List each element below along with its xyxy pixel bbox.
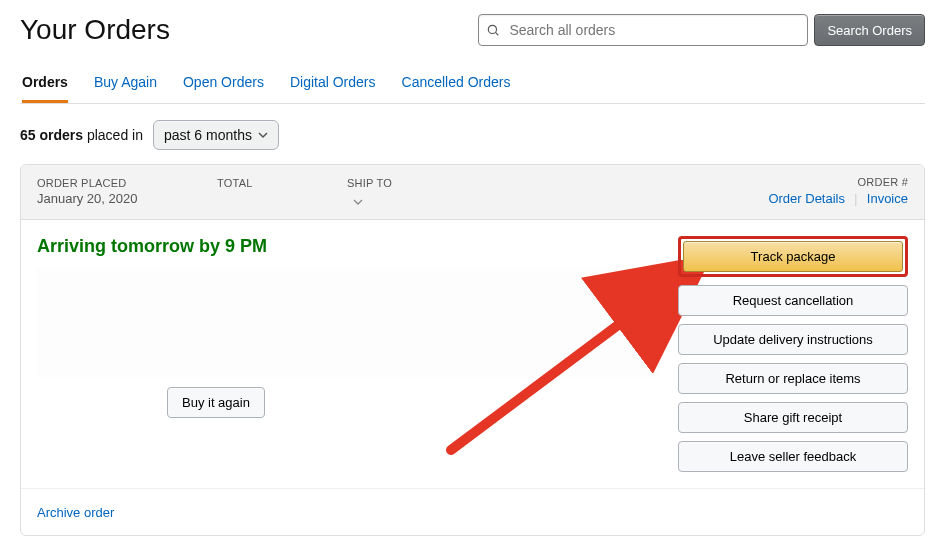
chevron-down-icon xyxy=(258,130,268,140)
orders-count: 65 orders xyxy=(20,127,83,143)
tab-cancelled-orders[interactable]: Cancelled Orders xyxy=(402,64,511,103)
order-details-link[interactable]: Order Details xyxy=(768,191,845,206)
return-replace-button[interactable]: Return or replace items xyxy=(678,363,908,394)
order-placed-date: January 20, 2020 xyxy=(37,191,207,206)
buy-it-again-button[interactable]: Buy it again xyxy=(167,387,265,418)
svg-line-1 xyxy=(496,33,499,36)
update-delivery-button[interactable]: Update delivery instructions xyxy=(678,324,908,355)
chevron-down-icon xyxy=(353,197,363,207)
ship-to-value[interactable] xyxy=(347,197,363,207)
invoice-link[interactable]: Invoice xyxy=(867,191,908,206)
ship-to-label: SHIP TO xyxy=(347,177,487,189)
page-title: Your Orders xyxy=(20,14,170,46)
search-input[interactable] xyxy=(478,14,808,46)
tab-open-orders[interactable]: Open Orders xyxy=(183,64,264,103)
tab-digital-orders[interactable]: Digital Orders xyxy=(290,64,376,103)
track-package-button[interactable]: Track package xyxy=(683,241,903,272)
period-select-label: past 6 months xyxy=(164,127,252,143)
order-placed-label: ORDER PLACED xyxy=(37,177,207,189)
order-number-label: ORDER # xyxy=(858,176,908,188)
order-total-label: TOTAL xyxy=(217,177,337,189)
request-cancellation-button[interactable]: Request cancellation xyxy=(678,285,908,316)
tab-orders[interactable]: Orders xyxy=(22,64,68,103)
track-package-highlight: Track package xyxy=(678,236,908,277)
period-select[interactable]: past 6 months xyxy=(153,120,279,150)
order-header: ORDER PLACED January 20, 2020 TOTAL SHIP… xyxy=(21,165,924,220)
delivery-status: Arriving tomorrow by 9 PM xyxy=(37,236,660,257)
tab-buy-again[interactable]: Buy Again xyxy=(94,64,157,103)
item-placeholder xyxy=(37,267,660,377)
share-gift-receipt-button[interactable]: Share gift receipt xyxy=(678,402,908,433)
archive-order-link[interactable]: Archive order xyxy=(37,505,114,520)
order-actions: Track package Request cancellation Updat… xyxy=(678,236,908,472)
placed-in-text: placed in xyxy=(87,127,143,143)
search-orders-button[interactable]: Search Orders xyxy=(814,14,925,46)
leave-feedback-button[interactable]: Leave seller feedback xyxy=(678,441,908,472)
order-card: ORDER PLACED January 20, 2020 TOTAL SHIP… xyxy=(20,164,925,536)
svg-point-0 xyxy=(489,25,497,33)
search-icon xyxy=(486,23,500,37)
separator: | xyxy=(854,192,857,206)
tabs-bar: Orders Buy Again Open Orders Digital Ord… xyxy=(20,64,925,104)
